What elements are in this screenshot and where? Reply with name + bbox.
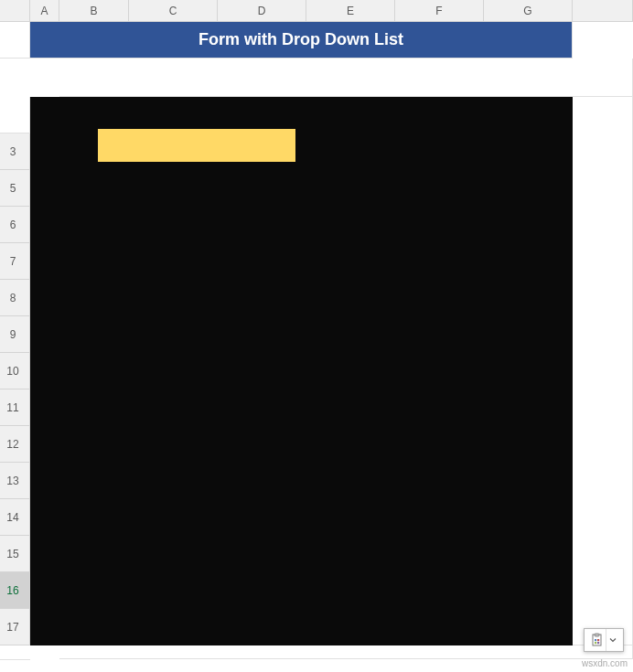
row-hdr-16[interactable]: 16 <box>0 572 30 609</box>
row-hdr-14[interactable]: 14 <box>0 499 30 536</box>
col-hdr-C[interactable]: C <box>129 0 218 22</box>
cell-A4[interactable] <box>0 659 30 660</box>
svg-rect-1 <box>595 634 599 636</box>
row-hdr-15[interactable]: 15 <box>0 536 30 572</box>
form-panel[interactable] <box>30 97 573 645</box>
col-hdr-extra[interactable] <box>573 0 633 22</box>
col-hdr-E[interactable]: E <box>306 0 395 22</box>
title-banner[interactable]: Form with Drop Down List <box>30 22 573 59</box>
paste-options-button[interactable] <box>584 628 624 652</box>
row-hdr-12[interactable]: 12 <box>0 426 30 463</box>
chevron-down-icon[interactable] <box>606 629 618 651</box>
col-hdr-B[interactable]: B <box>59 0 129 22</box>
col-hdr-D[interactable]: D <box>218 0 306 22</box>
watermark: wsxdn.com <box>582 658 628 668</box>
row-hdr-13[interactable]: 13 <box>0 463 30 499</box>
svg-rect-5 <box>597 642 599 644</box>
col-hdr-F[interactable]: F <box>395 0 484 22</box>
row-hdr-17[interactable]: 17 <box>0 609 30 645</box>
cell-A2[interactable] <box>0 97 30 133</box>
col-hdr-G[interactable]: G <box>484 0 573 22</box>
row-hdr-5[interactable]: 5 <box>0 170 30 207</box>
cell-B1-extra1[interactable] <box>59 59 633 97</box>
svg-rect-4 <box>595 642 596 644</box>
dropdown-input[interactable] <box>98 129 295 162</box>
svg-rect-2 <box>595 639 596 641</box>
select-all-corner[interactable] <box>0 0 30 22</box>
svg-rect-3 <box>597 639 599 641</box>
col-hdr-A[interactable]: A <box>30 0 59 22</box>
cell-A1[interactable] <box>0 22 30 59</box>
cell-extra-4to18[interactable] <box>573 97 633 645</box>
grid: A B C D E F G 1 2 Form with Drop Down Li… <box>0 0 633 660</box>
clipboard-icon <box>589 632 606 648</box>
row-hdr-8[interactable]: 8 <box>0 280 30 316</box>
row-hdr-9[interactable]: 9 <box>0 316 30 353</box>
row-hdr-6[interactable]: 6 <box>0 207 30 243</box>
cell-B3-extra3[interactable] <box>59 645 633 659</box>
spreadsheet-viewport: A B C D E F G 1 2 Form with Drop Down Li… <box>0 0 633 672</box>
row-hdr-11[interactable]: 11 <box>0 389 30 426</box>
row-hdr-7[interactable]: 7 <box>0 243 30 280</box>
row-hdr-10[interactable]: 10 <box>0 353 30 389</box>
row-hdr-3[interactable]: 3 <box>0 133 30 170</box>
